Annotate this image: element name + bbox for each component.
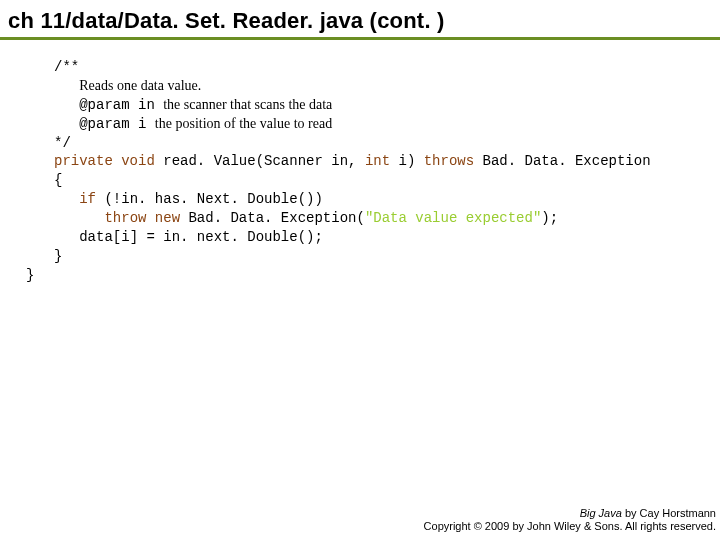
doc-close: */ [54, 135, 71, 151]
string-literal: "Data value expected" [365, 210, 541, 226]
code-block: /** Reads one data value. @param in the … [0, 40, 720, 285]
brace-close-class: } [26, 267, 34, 283]
kw-throw-new: throw new [104, 210, 180, 226]
brace-close-method: } [54, 248, 62, 264]
sig-mid2: i) [390, 153, 424, 169]
book-title: Big Java [580, 507, 622, 519]
throw-mid: Bad. Data. Exception( [180, 210, 365, 226]
page-title: ch 11/data/Data. Set. Reader. java (cont… [0, 0, 720, 40]
throw-end: ); [541, 210, 566, 226]
doc-open: /** [54, 59, 79, 75]
doc-param-in-tag: @param in [79, 97, 163, 113]
doc-param-i-desc: the position of the value to read [155, 116, 332, 131]
kw-private-void: private void [54, 153, 155, 169]
doc-param-i-tag: @param i [79, 116, 155, 132]
doc-param-in-desc: the scanner that scans the data [163, 97, 332, 112]
assign-line: data[i] = in. next. Double(); [79, 229, 323, 245]
byline: by Cay Horstmann [622, 507, 716, 519]
brace-open: { [54, 172, 62, 188]
kw-if: if [79, 191, 96, 207]
kw-int: int [365, 153, 390, 169]
slide-page: ch 11/data/Data. Set. Reader. java (cont… [0, 0, 720, 540]
kw-throws: throws [424, 153, 474, 169]
doc-line-1: Reads one data value. [79, 78, 201, 93]
sig-end: Bad. Data. Exception [474, 153, 650, 169]
footer: Big Java by Cay Horstmann Copyright © 20… [424, 507, 716, 535]
sig-mid: read. Value(Scanner in, [155, 153, 365, 169]
footer-copyright: Copyright © 2009 by John Wiley & Sons. A… [424, 520, 716, 534]
if-rest: (!in. has. Next. Double()) [96, 191, 323, 207]
footer-line-1: Big Java by Cay Horstmann [424, 507, 716, 521]
